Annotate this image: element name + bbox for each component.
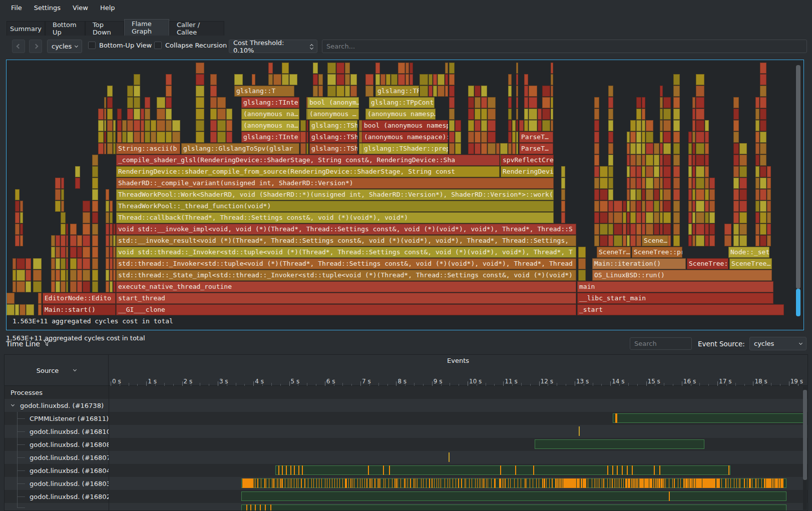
timeline-row-label[interactable]: godot.linuxbsd. (#16738): [5, 399, 109, 412]
flame-bar[interactable]: void std::thread::_Invoker<std::tuple<vo…: [116, 247, 576, 258]
timeline-row-track[interactable]: [109, 438, 807, 451]
flame-bar[interactable]: glslang::TSha: [309, 143, 357, 154]
event-source-select[interactable]: cycles: [749, 337, 806, 350]
flame-bar[interactable]: std::thread::_State_impl<std::thread::_I…: [116, 270, 576, 281]
track-bar[interactable]: [241, 491, 786, 501]
flame-block: [26, 258, 31, 269]
flame-bar[interactable]: (anonymous namespace)::Pr: [362, 132, 448, 143]
flame-graph-area[interactable]: Main::start()__GI___clone_startEditorNod…: [7, 60, 803, 330]
flame-bar[interactable]: main: [577, 281, 773, 292]
flame-bar[interactable]: ThreadWorkPool::Work<ShaderRD, void (Sha…: [116, 189, 554, 200]
flame-bar[interactable]: spvReflectCreateShader: [501, 155, 554, 166]
nav-back-button[interactable]: [12, 40, 25, 53]
source-column-header[interactable]: Source: [5, 355, 109, 386]
flame-bar[interactable]: Thread::callback(Thread*, Thread::Settin…: [116, 212, 554, 223]
timeline-row-text: godot.linuxbsd. (#16802): [30, 493, 109, 500]
flame-bar[interactable]: OS_LinuxBSD::run(): [592, 270, 772, 281]
flame-bar[interactable]: void std::__invoke_impl<void, void (*)(T…: [116, 224, 576, 235]
tab-bottom-up[interactable]: Bottom Up: [45, 21, 85, 36]
flame-bar[interactable]: Scene…: [642, 235, 668, 246]
flame-block: [696, 86, 704, 97]
flame-bar[interactable]: glslang::GlslangToSpv(glslar: [181, 143, 299, 154]
flame-scrollbar-thumb[interactable]: [796, 65, 800, 289]
tab-caller-callee[interactable]: Caller / Callee: [169, 21, 224, 36]
menu-item-file[interactable]: File: [6, 2, 27, 14]
flame-graph-panel[interactable]: Main::start()__GI___clone_startEditorNod…: [6, 60, 804, 330]
spinbox-arrows-icon[interactable]: [310, 44, 313, 49]
flame-bar[interactable]: glslang::TSha: [309, 132, 357, 143]
flamegraph-search-input[interactable]: [322, 40, 807, 53]
timeline-search-input[interactable]: [630, 337, 692, 350]
flame-bar[interactable]: _start: [577, 304, 784, 315]
bottom-up-view-checkbox[interactable]: Bottom-Up View: [88, 42, 152, 49]
cost-threshold-spinbox[interactable]: Cost Threshold: 0.10%: [229, 40, 317, 53]
flame-bar[interactable]: std::thread::_Invoker<std::tuple<void (*…: [116, 258, 576, 269]
event-marker: [350, 478, 351, 488]
flame-bar[interactable]: glslang::TPpCont: [369, 97, 435, 108]
timeline-row-label[interactable]: Processes: [5, 386, 109, 399]
timeline-row-track[interactable]: [109, 451, 807, 464]
flame-bar[interactable]: Main::iteration(): [592, 258, 686, 269]
flame-bar[interactable]: glslang::TSha: [309, 120, 357, 131]
timeline-row-track[interactable]: [109, 386, 807, 399]
flame-bar[interactable]: SceneTr…: [597, 247, 631, 258]
flame-block: [630, 132, 636, 143]
flame-bar[interactable]: (anonymous namesp…: [365, 109, 436, 120]
timeline-row-track[interactable]: [109, 412, 807, 425]
flame-bar[interactable]: execute_native_thread_routine: [116, 281, 576, 292]
flame-block: [475, 86, 481, 97]
flame-bar[interactable]: __GI___clone: [116, 304, 576, 315]
timeline-row-track[interactable]: [109, 425, 807, 438]
flame-bar[interactable]: ParseT…: [519, 143, 553, 154]
flame-bar[interactable]: (anonymous na…: [241, 109, 299, 120]
flame-bar[interactable]: EditorNode::Edito: [43, 293, 116, 304]
track-bar[interactable]: [535, 439, 704, 449]
flame-bar[interactable]: (anonymous …: [307, 109, 359, 120]
flame-bar[interactable]: glslang::TP: [375, 86, 419, 97]
filter-icon[interactable]: [43, 339, 51, 347]
flame-bar[interactable]: (anonymous na…: [241, 120, 299, 131]
event-marker: [581, 478, 582, 488]
timeline-row-track[interactable]: [109, 464, 807, 477]
collapse-recursion-checkbox[interactable]: Collapse Recursion: [154, 42, 227, 49]
menu-item-help[interactable]: Help: [95, 2, 120, 14]
flame-bar[interactable]: bool (anonymous namespace: [362, 120, 448, 131]
flame-bar[interactable]: ShaderRD::_compile_variant(unsigned int,…: [116, 178, 554, 189]
flame-bar[interactable]: bool (anonym…: [307, 97, 359, 108]
event-type-select[interactable]: cycles: [47, 40, 82, 53]
flame-bar[interactable]: Main::start(): [43, 304, 116, 315]
expand-chevron-icon[interactable]: [11, 403, 15, 406]
flame-bar[interactable]: std::__invoke_result<void (*)(Thread*, T…: [116, 235, 576, 246]
flame-bar[interactable]: start_thread: [116, 293, 576, 304]
table-scrollbar-thumb[interactable]: [803, 390, 807, 480]
flame-bar[interactable]: String::ascii(b: [116, 143, 180, 154]
tab-summary[interactable]: Summary: [7, 21, 45, 36]
flame-bar[interactable]: SceneTree::pr…: [632, 247, 682, 258]
timeline-row-track[interactable]: [109, 399, 807, 412]
flame-bar[interactable]: ThreadWorkPool::_thread_function(void*): [116, 201, 554, 212]
flame-bar[interactable]: SceneTree…: [729, 258, 772, 269]
menu-item-view[interactable]: View: [68, 2, 93, 14]
flame-bar[interactable]: glslang::TInte: [241, 97, 299, 108]
flame-bar[interactable]: _compile_shader_glsl(RenderingDevice::Sh…: [116, 155, 500, 166]
flame-bar[interactable]: Node::_set: [728, 247, 769, 258]
flame-bar[interactable]: SceneTree:: [687, 258, 728, 269]
timeline-row-track[interactable]: [109, 490, 807, 503]
nav-forward-button[interactable]: [29, 40, 42, 53]
timeline-row-track[interactable]: [109, 477, 807, 490]
tab-flame-graph[interactable]: Flame Graph: [124, 19, 169, 36]
flame-bar[interactable]: glslang::T: [234, 86, 294, 97]
flame-scrollbar-highlight[interactable]: [796, 289, 800, 316]
flame-bar[interactable]: glslang::TInte: [241, 132, 300, 143]
flame-bar[interactable]: glslang::TShader::preproc: [362, 143, 448, 154]
flame-bar[interactable]: ParseT…: [519, 132, 553, 143]
menu-item-settings[interactable]: Settings: [29, 2, 66, 14]
tab-top-down[interactable]: Top Down: [85, 21, 124, 36]
track-bar[interactable]: [275, 465, 730, 475]
flame-bar[interactable]: __libc_start_main: [577, 293, 773, 304]
track-bar[interactable]: [613, 413, 803, 423]
flame-bar[interactable]: RenderingDevice::shader_compile_from_sou…: [116, 166, 500, 177]
timeline-row-track[interactable]: [109, 503, 807, 511]
flame-bar[interactable]: RenderingDeviceVulkan::: [501, 166, 554, 177]
track-bar[interactable]: [241, 504, 786, 511]
